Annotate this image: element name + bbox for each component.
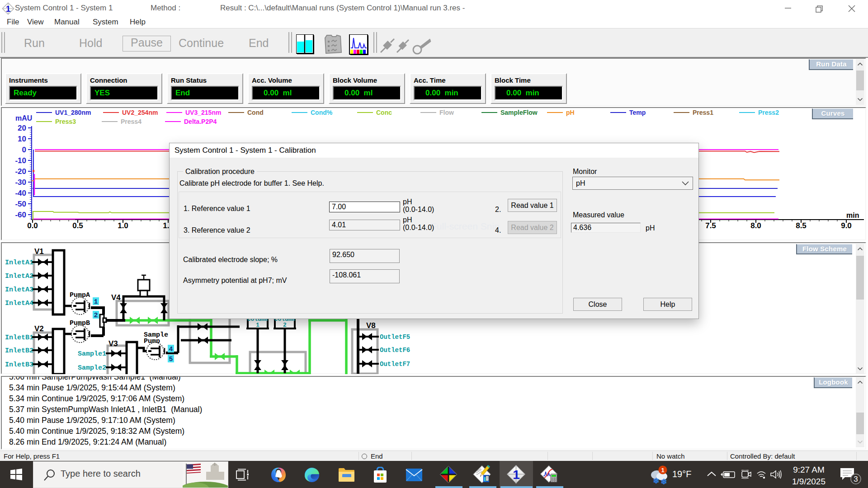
svg-text:InletB3: InletB3 <box>5 361 33 369</box>
svg-text:0.0: 0.0 <box>27 221 38 230</box>
svg-text:Temp: Temp <box>629 109 646 116</box>
svg-text:-60: -60 <box>15 211 26 219</box>
svg-text:1: 1 <box>513 468 520 482</box>
svg-text:Sample1: Sample1 <box>78 350 106 358</box>
svg-text:OutletF5: OutletF5 <box>380 333 410 341</box>
svg-text:8.0: 8.0 <box>750 221 761 230</box>
svg-text:pH: pH <box>566 109 575 116</box>
svg-text:9.0: 9.0 <box>841 221 852 230</box>
svg-text:SampleFlow: SampleFlow <box>500 109 538 116</box>
svg-text:-10: -10 <box>15 156 26 165</box>
svg-text:V2: V2 <box>34 324 44 333</box>
svg-text:InletB2: InletB2 <box>5 347 33 355</box>
svg-text:0: 0 <box>22 145 26 154</box>
svg-text:V8: V8 <box>366 321 376 330</box>
svg-text:1: 1 <box>256 322 259 328</box>
svg-text:V4: V4 <box>111 293 121 302</box>
svg-text:Delta.P2P4: Delta.P2P4 <box>184 118 217 125</box>
svg-text:min: min <box>846 211 859 219</box>
svg-text:UV1_280nm: UV1_280nm <box>55 109 91 116</box>
svg-text:Press2: Press2 <box>758 109 779 116</box>
svg-text:Flow: Flow <box>439 109 454 116</box>
svg-text:Sample2: Sample2 <box>78 364 106 372</box>
svg-text:10: 10 <box>18 135 26 143</box>
svg-text:Cond%: Cond% <box>311 109 333 116</box>
svg-text:OutletF6: OutletF6 <box>380 347 410 354</box>
svg-text:❄: ❄ <box>653 477 659 484</box>
svg-text:UV2_254nm: UV2_254nm <box>122 109 158 116</box>
svg-text:-50: -50 <box>15 200 26 208</box>
svg-text:Press4: Press4 <box>121 118 142 125</box>
svg-text:Cond: Cond <box>247 109 264 116</box>
svg-text:mAU: mAU <box>15 114 32 122</box>
svg-text:2: 2 <box>283 322 287 328</box>
svg-text:InletA1: InletA1 <box>5 259 33 267</box>
svg-text:-30: -30 <box>15 178 26 187</box>
svg-text:InletA4: InletA4 <box>5 300 33 307</box>
svg-text:❄: ❄ <box>660 478 667 484</box>
svg-text:3: 3 <box>854 475 858 483</box>
svg-text:2: 2 <box>94 312 98 319</box>
svg-text:InletA2: InletA2 <box>5 272 33 280</box>
svg-text:1: 1 <box>6 4 11 14</box>
svg-text:7.5: 7.5 <box>705 221 716 230</box>
svg-text:20: 20 <box>18 124 26 132</box>
svg-text:0.5: 0.5 <box>72 221 83 230</box>
svg-text:V3: V3 <box>108 339 118 348</box>
svg-text:OutletF7: OutletF7 <box>380 361 410 368</box>
svg-text:UV3_215nm: UV3_215nm <box>185 109 221 116</box>
svg-text:1.0: 1.0 <box>118 221 128 230</box>
svg-text:Press3: Press3 <box>55 118 76 125</box>
svg-text:5: 5 <box>169 356 173 363</box>
svg-text:8.5: 8.5 <box>796 221 807 230</box>
svg-text:V1: V1 <box>34 247 44 256</box>
svg-text:InletB1: InletB1 <box>5 334 33 342</box>
svg-text:4: 4 <box>169 346 173 353</box>
svg-text:Conc: Conc <box>376 109 392 116</box>
svg-text:InletA3: InletA3 <box>5 286 33 294</box>
svg-text:-40: -40 <box>15 189 26 197</box>
svg-text:Press1: Press1 <box>693 109 713 116</box>
svg-text:1: 1 <box>94 298 98 306</box>
svg-text:1: 1 <box>661 467 664 474</box>
svg-text:-20: -20 <box>15 167 26 176</box>
